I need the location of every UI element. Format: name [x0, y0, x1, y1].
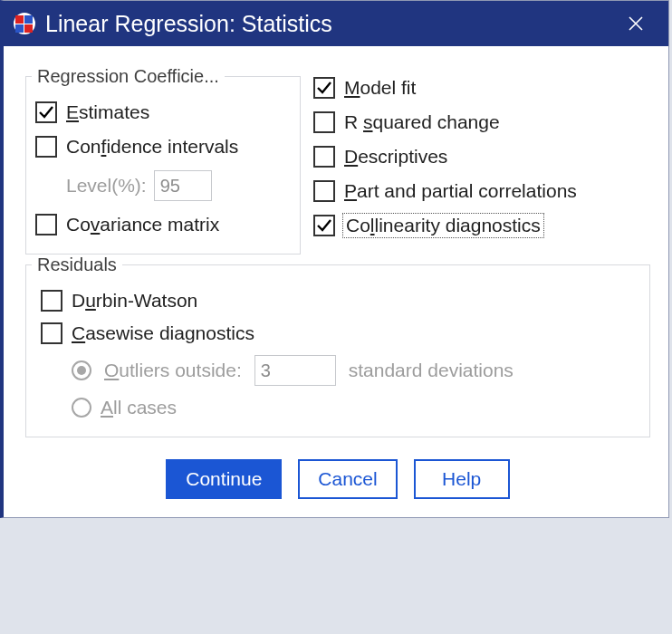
checkbox-model-fit-label: Model fit: [344, 77, 416, 99]
continue-button[interactable]: Continue: [166, 459, 282, 499]
checkbox-covariance-matrix[interactable]: Covariance matrix: [35, 214, 291, 235]
checkbox-collinearity[interactable]: Collinearity diagnostics: [313, 215, 577, 236]
svg-rect-1: [15, 15, 24, 24]
radio-all-cases-label: All cases: [101, 397, 177, 418]
group-residuals: Residuals Durbin-Watson Casewise diagnos…: [25, 255, 650, 437]
svg-rect-4: [24, 24, 33, 33]
radio-all-cases-row: All cases: [41, 397, 635, 418]
checkbox-covariance-matrix-label: Covariance matrix: [66, 214, 219, 235]
checkbox-casewise-diagnostics[interactable]: Casewise diagnostics: [41, 322, 635, 344]
close-button[interactable]: [616, 4, 656, 43]
cancel-button[interactable]: Cancel: [298, 459, 397, 499]
checkbox-confidence-intervals[interactable]: Confidence intervals: [35, 136, 291, 158]
help-button[interactable]: Help: [414, 459, 510, 499]
checkbox-descriptives-label: Descriptives: [344, 146, 447, 168]
check-icon: [35, 136, 57, 158]
radio-all-cases[interactable]: [72, 398, 91, 418]
check-icon: [35, 214, 57, 235]
checkbox-confidence-intervals-label: Confidence intervals: [66, 136, 238, 158]
checkbox-r-squared-change[interactable]: R squared change: [313, 111, 577, 133]
outliers-suffix-label: standard deviations: [349, 360, 514, 381]
checkbox-casewise-diagnostics-label: Casewise diagnostics: [72, 322, 254, 344]
group-regression-coefficients-legend: Regression Coefficie...: [32, 66, 225, 87]
dialog-content: Regression Coefficie... Estimates Confid…: [4, 46, 668, 517]
level-input[interactable]: 95: [154, 170, 212, 201]
checkbox-durbin-watson[interactable]: Durbin-Watson: [41, 290, 635, 312]
right-options-list: Model fit R squared change Descriptives …: [313, 66, 577, 236]
level-row: Level(%): 95: [35, 170, 291, 201]
group-residuals-legend: Residuals: [32, 255, 122, 275]
svg-rect-3: [15, 24, 24, 33]
button-row: Continue Cancel Help: [25, 459, 650, 499]
check-icon: [313, 180, 335, 202]
app-icon: [13, 12, 36, 35]
checkbox-part-partial[interactable]: Part and partial correlations: [313, 180, 577, 202]
checkbox-r-squared-change-label: R squared change: [344, 111, 500, 133]
check-icon: [41, 322, 62, 344]
check-icon: [313, 77, 335, 99]
group-regression-coefficients: Regression Coefficie... Estimates Confid…: [25, 66, 301, 255]
radio-outliers-label: Outliers outside:: [104, 360, 242, 381]
radio-outliers[interactable]: [72, 360, 91, 380]
checkbox-descriptives[interactable]: Descriptives: [313, 146, 577, 168]
outliers-value-input[interactable]: 3: [254, 355, 336, 386]
checkbox-model-fit[interactable]: Model fit: [313, 77, 577, 99]
checkbox-part-partial-label: Part and partial correlations: [344, 180, 577, 202]
dialog-window: Linear Regression: Statistics Regression…: [0, 0, 669, 518]
radio-outliers-row: Outliers outside: 3 standard deviations: [41, 355, 635, 386]
titlebar: Linear Regression: Statistics: [4, 1, 668, 46]
checkbox-estimates[interactable]: Estimates: [35, 101, 291, 123]
check-icon: [35, 101, 57, 123]
check-icon: [41, 290, 62, 312]
window-title: Linear Regression: Statistics: [45, 11, 616, 37]
check-icon: [313, 146, 335, 168]
check-icon: [313, 215, 335, 236]
checkbox-collinearity-label: Collinearity diagnostics: [344, 215, 542, 236]
svg-rect-2: [24, 15, 33, 24]
level-label: Level(%):: [66, 175, 147, 197]
checkbox-durbin-watson-label: Durbin-Watson: [72, 290, 197, 312]
checkbox-estimates-label: Estimates: [66, 101, 149, 123]
check-icon: [313, 111, 335, 133]
